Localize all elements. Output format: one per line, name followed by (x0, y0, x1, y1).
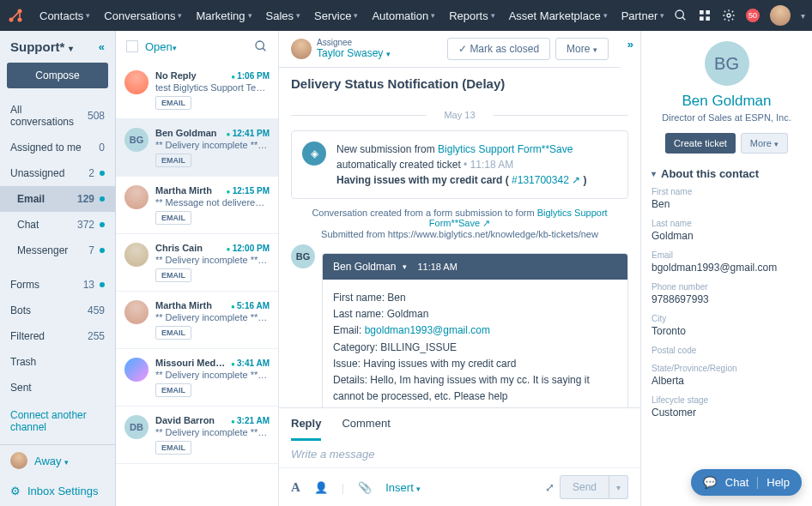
nav-reports[interactable]: Reports▾ (442, 9, 502, 22)
email-subject: Delivery Status Notification (Delay) (279, 68, 621, 99)
comment-tab[interactable]: Comment (342, 408, 390, 441)
contact-field-postal-code[interactable]: Postal code (651, 346, 802, 355)
message-body: First name: Ben Last name: Goldman Email… (323, 280, 627, 407)
inbox-settings-link[interactable]: ⚙Inbox Settings (0, 476, 115, 506)
sidebar-item-unassigned[interactable]: Unassigned2 (0, 160, 115, 186)
form-link[interactable]: Biglytics Support Form**Save (438, 143, 573, 155)
notification-badge[interactable]: 50 (746, 9, 760, 22)
assignee-name[interactable]: Taylor Swasey ▾ (317, 47, 391, 59)
sidebar-item-sent[interactable]: Sent (0, 375, 115, 401)
convo-avatar: BG (124, 128, 148, 152)
attach-user-icon[interactable]: 👤 (314, 481, 328, 494)
reply-tab[interactable]: Reply (291, 408, 321, 441)
marketplace-icon[interactable] (698, 9, 712, 22)
contact-field-state-province-region[interactable]: State/Province/RegionAlberta (651, 364, 802, 387)
nav-marketing[interactable]: Marketing▾ (189, 9, 258, 22)
about-contact-accordion[interactable]: ▾ About this contact (651, 167, 802, 180)
collapse-sidebar-icon[interactable]: « (99, 40, 105, 53)
channel-badge: EMAIL (155, 441, 191, 455)
svg-point-3 (676, 10, 683, 18)
contact-field-email[interactable]: Emailbgoldman1993@gmail.com (651, 250, 802, 274)
compose-button[interactable]: Compose (7, 63, 108, 88)
sidebar-item-messenger[interactable]: Messenger7 (0, 238, 115, 263)
channel-badge: EMAIL (155, 154, 191, 167)
sidebar-item-forms[interactable]: Forms13 (0, 272, 115, 298)
conversation-list: Open▾ No Reply1:06 PMtest Biglytics Supp… (116, 31, 279, 506)
more-actions-button[interactable]: More ▾ (555, 38, 609, 60)
contact-field-city[interactable]: CityToronto (651, 314, 802, 337)
convo-avatar: DB (124, 415, 148, 439)
conversation-item[interactable]: Missouri Medhu…3:41 AM** Delivery incomp… (116, 349, 278, 407)
format-text-icon[interactable]: A (291, 480, 300, 495)
sidebar-item-trash[interactable]: Trash (0, 349, 115, 375)
away-status-dropdown[interactable]: Away ▾ (34, 455, 69, 467)
conversation-item[interactable]: Chris Cain12:00 PM** Delivery incomplete… (116, 234, 278, 292)
user-avatar[interactable] (770, 5, 791, 26)
email-link[interactable]: bgoldman1993@gmail.com (365, 324, 490, 336)
system-note: Conversation created from a form submiss… (291, 208, 628, 239)
contact-field-first-name[interactable]: First nameBen (651, 187, 802, 210)
mark-closed-button[interactable]: ✓ Mark as closed (447, 38, 550, 60)
connect-channel-link[interactable]: Connect another channel (0, 401, 115, 442)
hubspot-logo (7, 7, 24, 24)
expand-panel-icon[interactable]: » (621, 31, 640, 57)
chat-help-widget[interactable]: 💬 Chat Help (691, 469, 802, 496)
send-options-button[interactable]: ▾ (609, 475, 628, 499)
svg-rect-5 (700, 10, 704, 15)
sidebar-item-chat[interactable]: Chat372 (0, 212, 115, 238)
contact-field-phone-number[interactable]: Phone number9788697993 (651, 282, 802, 305)
contact-field-lifecycle-stage[interactable]: Lifecycle stageCustomer (651, 395, 802, 419)
sidebar-item-email[interactable]: Email129 (0, 186, 115, 212)
nav-conversations[interactable]: Conversations▾ (97, 9, 189, 22)
sidebar-item-all-conversations[interactable]: All conversations508 (0, 97, 115, 135)
sidebar-item-bots[interactable]: Bots459 (0, 298, 115, 323)
assignee-label: Assignee (317, 38, 391, 47)
search-icon[interactable] (674, 9, 688, 22)
nav-partner[interactable]: Partner▾ (615, 9, 672, 22)
svg-point-10 (256, 41, 264, 49)
select-all-checkbox[interactable] (126, 40, 138, 52)
attachment-icon[interactable]: 📎 (358, 481, 372, 494)
contact-name-link[interactable]: Ben Goldman (651, 93, 802, 110)
nav-automation[interactable]: Automation▾ (365, 9, 442, 22)
nav-sales[interactable]: Sales▾ (259, 9, 308, 22)
sidebar-item-assigned-to-me[interactable]: Assigned to me0 (0, 135, 115, 160)
svg-rect-8 (706, 16, 710, 21)
insert-dropdown[interactable]: Insert ▾ (385, 481, 421, 494)
message-header[interactable]: Ben Goldman ▾ 11:18 AM (323, 254, 627, 280)
send-button[interactable]: Send (560, 475, 609, 499)
open-filter-dropdown[interactable]: Open▾ (145, 40, 177, 53)
convo-avatar (124, 300, 148, 324)
chat-bubble-icon: 💬 (703, 476, 717, 489)
channel-badge: EMAIL (155, 268, 191, 282)
sidebar: Support* ▾ « Compose All conversations50… (0, 31, 116, 506)
contact-field-last-name[interactable]: Last nameGoldman (651, 219, 802, 242)
search-conversations-icon[interactable] (254, 39, 268, 53)
conversation-item[interactable]: Martha Mirth5:16 AM** Delivery incomplet… (116, 292, 278, 349)
status-avatar (10, 452, 27, 469)
reply-input[interactable]: Write a message (279, 441, 640, 467)
nav-asset-marketplace[interactable]: Asset Marketplace▾ (502, 9, 615, 22)
conversation-item[interactable]: No Reply1:06 PMtest Biglytics Support Te… (116, 62, 278, 119)
contact-more-button[interactable]: More ▾ (741, 133, 788, 154)
ticket-number-link[interactable]: #131700342 ↗ (512, 174, 580, 186)
expand-editor-icon[interactable]: ⤢ (545, 481, 554, 494)
channel-badge: EMAIL (155, 326, 191, 340)
nav-service[interactable]: Service▾ (307, 9, 365, 22)
conversation-item[interactable]: BGBen Goldman12:41 PM** Delivery incompl… (116, 119, 278, 177)
assignee-avatar (291, 39, 312, 59)
gear-icon[interactable] (722, 9, 736, 22)
inbox-title[interactable]: Support* ▾ (10, 39, 73, 54)
nav-contacts[interactable]: Contacts▾ (33, 9, 97, 22)
convo-avatar (124, 358, 148, 382)
conversation-item[interactable]: DBDavid Barron3:21 AM** Delivery incompl… (116, 407, 278, 464)
message-avatar: BG (291, 244, 315, 268)
convo-avatar (124, 70, 148, 94)
svg-rect-6 (706, 10, 710, 15)
contact-avatar: BG (705, 41, 749, 86)
sidebar-item-filtered[interactable]: Filtered255 (0, 323, 115, 349)
create-ticket-button[interactable]: Create ticket (665, 133, 736, 154)
channel-badge: EMAIL (155, 211, 191, 225)
conversation-item[interactable]: Martha Mirth12:15 PM** Message not deliv… (116, 177, 278, 234)
gear-icon: ⚙ (10, 485, 21, 497)
